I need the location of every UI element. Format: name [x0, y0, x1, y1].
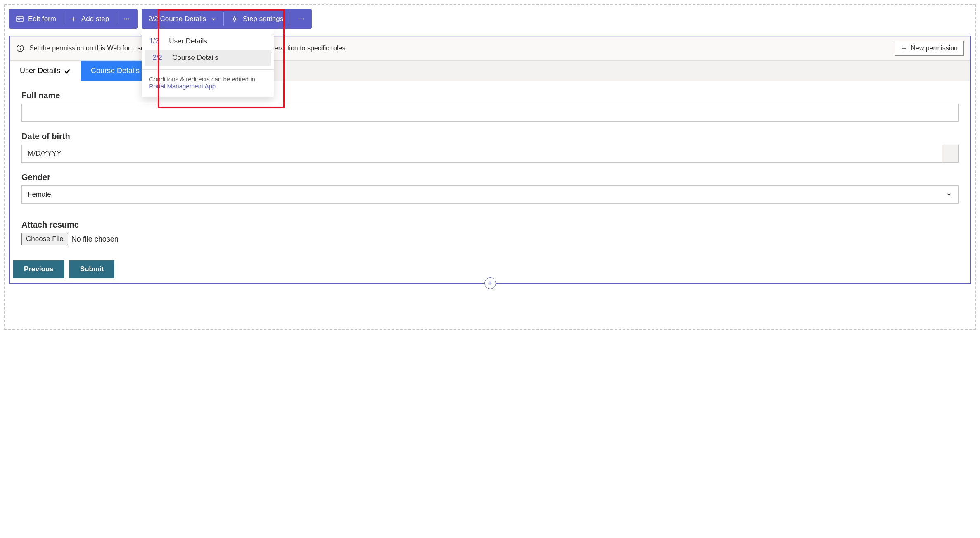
step-option-course-details[interactable]: 2/2 Course Details: [145, 50, 271, 66]
chevron-down-icon: [210, 16, 217, 22]
form-icon: [16, 15, 24, 23]
tab-course-details[interactable]: Course Details: [81, 61, 149, 81]
field-attach: Attach resume Choose File No file chosen: [21, 220, 959, 245]
svg-point-10: [301, 19, 302, 20]
toolbar-group-form: Edit form Add step: [9, 9, 138, 29]
more-icon: [297, 15, 305, 23]
svg-point-14: [20, 46, 21, 47]
edit-form-label: Edit form: [28, 15, 56, 23]
form-area: Full name Date of birth M/D/YYYY Gender …: [10, 81, 970, 260]
field-dob: Date of birth M/D/YYYY: [21, 132, 959, 163]
svg-point-11: [303, 19, 304, 20]
field-gender: Gender Female: [21, 173, 959, 204]
step-dropdown-panel: 1/2 User Details 2/2 Course Details Cond…: [142, 29, 274, 97]
svg-point-6: [126, 19, 128, 20]
step-more-button[interactable]: [290, 9, 312, 29]
new-permission-label: New permission: [911, 45, 958, 52]
gender-value: Female: [28, 190, 946, 199]
previous-button[interactable]: Previous: [13, 260, 64, 278]
footer-text: Conditions & redirects can be edited in: [149, 76, 255, 83]
dob-label: Date of birth: [21, 132, 959, 141]
step-settings-label: Step settings: [243, 15, 283, 23]
form-more-button[interactable]: [116, 9, 138, 29]
gender-label: Gender: [21, 173, 959, 182]
check-icon: [64, 67, 71, 75]
step-option-user-details[interactable]: 1/2 User Details: [142, 33, 274, 50]
add-below-button[interactable]: +: [484, 277, 496, 289]
add-step-label: Add step: [81, 15, 109, 23]
no-file-text: No file chosen: [71, 235, 119, 244]
plus-icon: [70, 15, 77, 23]
dob-placeholder: M/D/YYYY: [22, 149, 942, 158]
step-label: Course Details: [172, 54, 218, 62]
step-dropdown-footer: Conditions & redirects can be edited in …: [142, 69, 274, 90]
svg-point-8: [233, 18, 236, 20]
svg-point-5: [124, 19, 126, 20]
step-number: 1/2: [149, 37, 161, 45]
svg-point-7: [128, 19, 130, 20]
add-step-button[interactable]: Add step: [63, 9, 116, 29]
gender-select[interactable]: Female: [21, 185, 959, 204]
info-icon: [16, 44, 24, 52]
tab-label: Course Details: [91, 66, 140, 75]
plus-icon: [901, 45, 907, 52]
gear-icon: [230, 15, 239, 23]
tab-user-details[interactable]: User Details: [10, 61, 81, 81]
step-label: User Details: [169, 37, 207, 45]
full-name-input[interactable]: [21, 104, 959, 122]
plus-icon: +: [488, 279, 492, 288]
toolbar-group-step: 2/2 Course Details Step settings: [142, 9, 312, 29]
submit-button[interactable]: Submit: [69, 260, 115, 278]
toolbar: Edit form Add step 2/2 Course Details: [5, 5, 975, 29]
chevron-down-icon: [946, 191, 952, 198]
current-step-dropdown[interactable]: 2/2 Course Details: [142, 9, 223, 29]
file-row: Choose File No file chosen: [21, 233, 959, 245]
svg-rect-0: [17, 16, 23, 22]
tab-label: User Details: [20, 66, 60, 75]
edit-form-button[interactable]: Edit form: [9, 9, 63, 29]
current-step-label: 2/2 Course Details: [148, 15, 206, 23]
step-settings-button[interactable]: Step settings: [224, 9, 290, 29]
editor-canvas: Edit form Add step 2/2 Course Details: [4, 4, 976, 330]
more-icon: [123, 15, 131, 23]
new-permission-button[interactable]: New permission: [895, 41, 964, 56]
dob-input[interactable]: M/D/YYYY: [21, 145, 959, 163]
date-picker-button[interactable]: [942, 145, 958, 162]
attach-label: Attach resume: [21, 220, 959, 230]
portal-management-link[interactable]: Portal Management App: [149, 83, 216, 90]
step-number: 2/2: [152, 54, 165, 62]
choose-file-button[interactable]: Choose File: [21, 233, 68, 245]
svg-point-9: [299, 19, 300, 20]
